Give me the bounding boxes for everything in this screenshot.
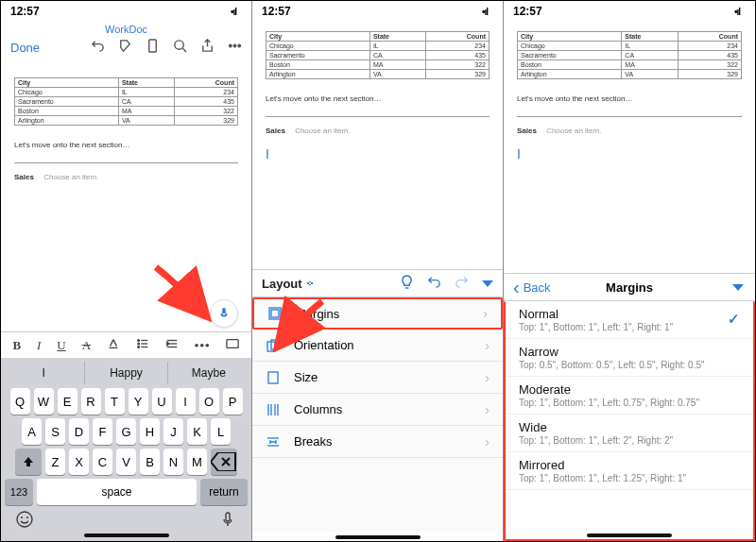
key[interactable]: B [140,449,160,475]
layout-tab[interactable]: Layout [262,277,315,291]
document[interactable]: CityStateCount ChicagoIL234 SacramentoCA… [1,62,251,331]
undo-icon[interactable] [427,275,441,293]
key[interactable]: Z [45,449,65,475]
table-row: ArlingtonVA329 [518,70,742,79]
numeric-key[interactable]: 123 [5,479,33,505]
key[interactable]: P [223,388,243,415]
key[interactable]: K [187,418,207,445]
table-row: ArlingtonVA329 [266,70,490,79]
underline-button[interactable]: U [57,338,65,353]
document[interactable]: CityStateCount ChicagoIL234 SacramentoCA… [252,22,503,269]
menu-item-columns[interactable]: Columns› [252,394,503,426]
screenshot-2: 12:57 CityStateCount ChicagoIL234 Sacram… [252,1,504,541]
strike-button[interactable]: A [82,338,91,353]
paragraph[interactable]: Let's move onto the next section… [266,94,490,103]
bold-button[interactable]: B [12,338,21,353]
key[interactable]: I [176,388,196,415]
sales-row[interactable]: Sales Choose an item. [14,173,238,181]
done-button[interactable]: Done [10,41,40,55]
text-cursor: I [266,146,490,161]
format-more-button[interactable]: ••• [195,338,211,353]
key[interactable]: C [93,449,112,475]
key[interactable]: S [45,418,65,445]
lightbulb-icon[interactable] [400,275,414,293]
key[interactable]: U [152,388,172,415]
menu-item-margins[interactable]: Margins› [252,297,503,330]
mic-key[interactable] [219,511,236,530]
key[interactable]: L [211,418,231,445]
svg-point-9 [233,44,235,46]
menu-item-breaks[interactable]: Breaks› [252,426,503,458]
key[interactable]: A [22,418,42,445]
dictate-button[interactable] [210,299,238,328]
key[interactable]: H [140,418,160,445]
data-table[interactable]: CityStateCount ChicagoIL234 SacramentoCA… [517,31,742,79]
emoji-key[interactable] [16,511,33,530]
keyboard[interactable]: I Happy Maybe QWERTYUIOP ASDFGHJKL ZXCVB… [1,358,251,541]
home-indicator[interactable] [587,534,672,537]
key[interactable]: R [81,388,101,415]
paragraph[interactable]: Let's move onto the next section… [517,94,742,103]
bullets-button[interactable] [136,337,149,354]
sales-row[interactable]: Sales Choose an item. [517,127,742,135]
key[interactable]: N [163,449,183,475]
key[interactable]: O [199,388,219,415]
suggestion[interactable]: Happy [85,362,167,384]
redo-icon[interactable] [455,275,469,293]
doc-title[interactable]: WorkDoc [1,22,251,39]
key[interactable]: Q [10,388,30,415]
share-icon[interactable] [200,39,215,57]
divider [14,162,238,163]
search-icon[interactable] [173,39,187,57]
paragraph[interactable]: Let's move onto the next section… [14,141,238,149]
collapse-ribbon-icon[interactable] [732,284,744,291]
key[interactable]: M [187,449,207,475]
data-table[interactable]: CityStateCount ChicagoIL234 SacramentoCA… [266,31,490,79]
key[interactable]: W [34,388,54,415]
read-icon[interactable] [118,39,132,57]
space-key[interactable]: space [37,479,197,505]
undo-icon[interactable] [91,39,105,57]
key[interactable]: X [69,449,89,475]
key[interactable]: G [116,418,136,445]
key[interactable]: Y [129,388,148,415]
sales-row[interactable]: Sales Choose an item. [266,127,490,135]
menu-item-size[interactable]: Size› [252,362,503,394]
home-indicator[interactable] [335,535,421,539]
margin-option-moderate[interactable]: ModerateTop: 1", Bottom: 1", Left: 0.75"… [506,377,753,415]
highlight-button[interactable] [107,337,120,354]
return-key[interactable]: return [200,479,248,505]
suggestion[interactable]: Maybe [168,362,249,384]
indent-button[interactable] [165,337,179,354]
key[interactable]: T [105,388,125,415]
shift-key[interactable] [15,449,42,475]
svg-point-26 [21,517,23,518]
collapse-ribbon-icon[interactable] [482,280,493,287]
margin-option-normal[interactable]: NormalTop: 1", Bottom: 1", Left: 1", Rig… [506,301,753,339]
margin-option-mirrored[interactable]: MirroredTop: 1", Bottom: 1", Left: 1.25"… [506,452,753,490]
key[interactable]: V [116,449,136,475]
margin-option-wide[interactable]: WideTop: 1", Bottom: 1", Left: 2", Right… [506,415,753,452]
margin-option-narrow[interactable]: NarrowTop: 0.5", Bottom: 0.5", Left: 0.5… [506,339,753,377]
key[interactable]: F [93,418,112,445]
mobile-icon[interactable] [146,39,160,57]
layout-menu: Margins› Orientation› Size› Columns› Bre… [252,297,503,532]
key[interactable]: D [69,418,89,445]
more-icon[interactable] [228,39,242,57]
suggestion-bar[interactable]: I Happy Maybe [3,362,249,384]
keyboard-toggle-icon[interactable] [226,337,239,354]
key[interactable]: E [58,388,77,415]
suggestion[interactable]: I [3,362,85,384]
italic-button[interactable]: I [37,338,41,353]
backspace-key[interactable] [211,449,237,475]
sales-placeholder[interactable]: Choose an item. [43,173,98,181]
data-table[interactable]: CityStateCount ChicagoIL234 SacramentoCA… [14,77,238,126]
key[interactable]: J [163,418,183,445]
home-indicator[interactable] [84,534,169,537]
check-icon: ✓ [728,311,740,328]
document[interactable]: CityStateCount ChicagoIL234 SacramentoCA… [504,22,755,273]
toolbar: Done [1,39,251,62]
text-cursor: I [517,146,742,161]
table-row: SacramentoCA435 [266,51,490,60]
menu-item-orientation[interactable]: Orientation› [252,330,503,362]
